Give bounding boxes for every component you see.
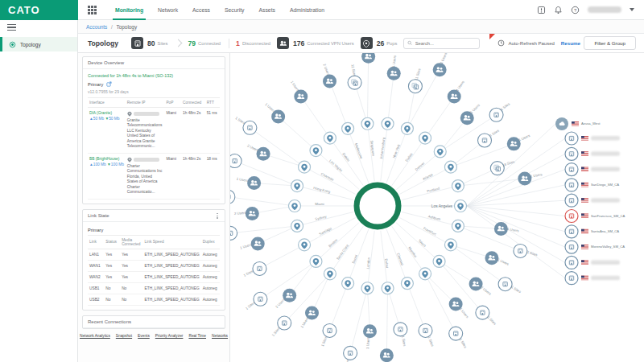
site-group-node[interactable] (243, 121, 257, 134)
site-group-node[interactable] (230, 190, 235, 204)
users-group-node[interactable] (485, 251, 498, 265)
pop-node[interactable] (401, 122, 413, 134)
site-group-node[interactable] (278, 316, 291, 330)
users-group-node[interactable] (494, 222, 508, 236)
external-link-icon[interactable] (106, 81, 112, 87)
nav-item-access[interactable]: Access (185, 0, 217, 20)
footer-link-events[interactable]: Events (138, 334, 150, 338)
site-node[interactable] (565, 272, 578, 285)
site-group-node[interactable] (514, 244, 527, 257)
resume-button[interactable]: Resume (561, 40, 580, 46)
pop-node[interactable] (419, 268, 431, 280)
site-group-node[interactable] (253, 261, 266, 275)
account-menu-caret-icon[interactable] (630, 8, 634, 11)
site-node[interactable] (565, 241, 578, 253)
users-group-node[interactable] (323, 75, 336, 88)
notifications-bell-icon[interactable] (554, 6, 563, 14)
users-group-node[interactable] (251, 237, 265, 250)
pop-node[interactable] (452, 180, 464, 192)
users-group-node[interactable] (246, 207, 259, 220)
pop-node[interactable] (299, 239, 311, 251)
footer-link-real-time[interactable]: Real Time (188, 334, 206, 338)
footer-link-network-analytics[interactable]: Network Analytics (80, 334, 110, 338)
sidebar-collapse-icon[interactable] (7, 24, 16, 31)
release-notes-icon[interactable] (537, 6, 546, 14)
search-input[interactable] (415, 41, 477, 46)
site-node[interactable] (565, 225, 578, 238)
center-account-node[interactable] (357, 185, 398, 227)
apps-grid-icon[interactable] (88, 6, 97, 14)
site-node[interactable] (565, 194, 578, 207)
interface-row[interactable]: BB (BrightHouse)▲100 Mb ▼100 MbCharter C… (88, 153, 220, 199)
interface-row[interactable]: DIA (Granite)▲50 Mb ▼50 MbGranite Teleco… (88, 108, 220, 154)
pop-node[interactable] (434, 146, 446, 158)
pop-node[interactable] (342, 278, 354, 290)
pop-node[interactable] (452, 220, 464, 232)
site-label-blurred (591, 151, 620, 156)
account-name-blurred[interactable] (588, 6, 621, 13)
users-group-node[interactable] (363, 324, 377, 338)
nav-item-assets[interactable]: Assets (252, 0, 283, 20)
cloud-site-node[interactable] (555, 117, 568, 130)
filter-and-group-button[interactable]: Filter & Group (584, 36, 636, 50)
nav-item-administration[interactable]: Administration (283, 0, 332, 20)
nav-item-network[interactable]: Network (151, 0, 185, 20)
site-group-node[interactable] (498, 278, 512, 291)
footer-link-snapshot[interactable]: Snapshot (116, 334, 132, 338)
sites-group-node[interactable] (348, 76, 361, 89)
pop-node[interactable] (419, 132, 431, 144)
site-node[interactable] (565, 132, 578, 145)
users-group-node[interactable] (380, 348, 394, 362)
users-group-node[interactable] (448, 90, 461, 104)
nav-item-security[interactable]: Security (217, 0, 252, 20)
kebab-menu-icon[interactable] (215, 212, 220, 220)
pop-node[interactable] (444, 239, 456, 251)
interface-name[interactable]: BB (BrightHouse) (89, 157, 124, 161)
sites-group-node[interactable] (408, 80, 422, 93)
interface-name[interactable]: DIA (Granite) (89, 111, 124, 115)
pop-node[interactable] (310, 255, 322, 267)
footer-link-networks[interactable]: Networks (212, 334, 228, 338)
users-group-node[interactable] (387, 67, 401, 80)
help-icon[interactable]: ? (571, 6, 580, 14)
site-group-node[interactable] (344, 346, 357, 360)
pop-node[interactable] (401, 278, 413, 290)
users-group-node[interactable] (247, 176, 261, 190)
site-group-node[interactable] (394, 323, 407, 336)
pop-node[interactable] (324, 268, 336, 280)
users-group-node[interactable] (361, 53, 375, 64)
sidebar-item-topology[interactable]: Topology (0, 37, 77, 51)
pop-node[interactable] (444, 161, 456, 173)
site-group-node[interactable] (230, 226, 237, 240)
site-group-node[interactable] (254, 292, 267, 306)
breadcrumb-accounts-link[interactable]: Accounts (86, 24, 107, 30)
pop-node[interactable] (382, 282, 394, 294)
pop-node[interactable] (361, 282, 374, 294)
pop-node[interactable] (324, 132, 336, 144)
pop-node[interactable] (361, 117, 374, 130)
site-node[interactable] (565, 179, 578, 191)
group-node-label: 2 Users (323, 64, 331, 76)
users-group-node[interactable] (433, 63, 447, 76)
site-label-blurred (591, 260, 620, 265)
pop-node[interactable] (433, 255, 445, 267)
pop-node[interactable] (289, 200, 301, 212)
pop-node[interactable] (291, 180, 303, 192)
pop-node[interactable] (342, 122, 354, 134)
site-node[interactable] (565, 256, 578, 269)
pop-node[interactable] (291, 220, 303, 232)
users-group-node[interactable] (294, 90, 308, 104)
footer-link-priority-analyzer[interactable]: Priority Analyzer (155, 334, 184, 338)
pop-node[interactable] (310, 145, 322, 157)
site-node[interactable] (565, 147, 578, 160)
pop-node[interactable] (382, 117, 394, 130)
site-group-node[interactable] (230, 154, 242, 168)
group-node-label: 1 Sites (427, 335, 435, 347)
site-node[interactable] (565, 163, 578, 176)
nav-item-monitoring[interactable]: Monitoring (108, 0, 151, 20)
pop-node[interactable] (299, 161, 311, 173)
topology-canvas[interactable]: Los AngelesAzusa_WestSanDiego_SM_CASanFr… (230, 53, 644, 362)
site-group-node[interactable] (323, 323, 336, 337)
site-node-disconnected[interactable] (565, 210, 578, 223)
pop-node[interactable] (455, 200, 467, 212)
